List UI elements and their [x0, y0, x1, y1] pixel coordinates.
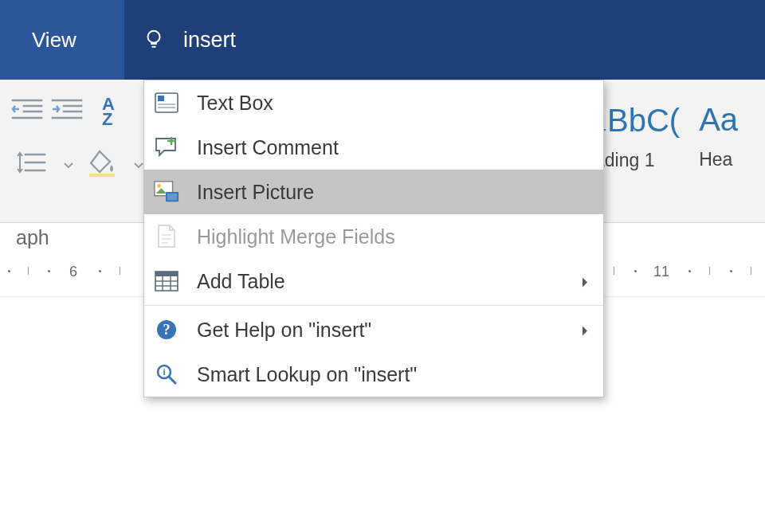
svg-line-36 — [169, 377, 175, 383]
decrease-indent-icon[interactable] — [11, 97, 45, 127]
picture-icon — [154, 179, 179, 205]
menu-item-smart-lookup[interactable]: i Smart Lookup on "insert" — [144, 352, 603, 397]
menu-item-label: Smart Lookup on "insert" — [197, 363, 417, 386]
menu-item-get-help[interactable]: ? Get Help on "insert" — [144, 307, 603, 352]
submenu-arrow-icon — [581, 319, 589, 342]
line-spacing-icon[interactable] — [16, 150, 49, 180]
document-icon — [154, 224, 179, 249]
ruler-mark: 11 — [653, 264, 669, 280]
menu-separator — [144, 305, 603, 306]
style-sample: ₁BbC( — [594, 102, 680, 139]
lightbulb-icon — [142, 28, 166, 52]
ruler-mark: 6 — [69, 264, 77, 280]
menu-item-label: Insert Picture — [197, 181, 314, 204]
svg-rect-14 — [158, 96, 164, 101]
svg-rect-27 — [155, 272, 178, 276]
menu-item-highlight-merge-fields: Highlight Merge Fields — [144, 214, 603, 259]
svg-rect-12 — [89, 174, 115, 177]
table-icon — [154, 268, 179, 294]
style-name: Hea — [699, 149, 738, 170]
menu-item-label: Get Help on "insert" — [197, 319, 371, 342]
chevron-down-icon[interactable] — [134, 158, 143, 172]
submenu-arrow-icon — [581, 270, 589, 293]
menu-item-add-table[interactable]: Add Table — [144, 259, 603, 303]
styles-gallery[interactable]: ₁BbC( ading 1 Aa Hea — [590, 80, 765, 222]
comment-icon — [154, 135, 179, 160]
menu-item-label: Add Table — [197, 270, 285, 293]
style-sample: Aa — [699, 102, 738, 138]
menu-item-label: Highlight Merge Fields — [197, 225, 395, 248]
tell-me-results-dropdown: Text Box Insert Comment Insert Pictu — [143, 80, 604, 397]
svg-text:?: ? — [163, 322, 171, 338]
svg-rect-22 — [167, 194, 177, 200]
svg-text:i: i — [163, 367, 165, 377]
sort-icon[interactable]: AZ — [102, 97, 113, 127]
menu-item-label: Insert Comment — [197, 136, 339, 159]
svg-point-0 — [147, 31, 159, 43]
style-heading-2[interactable]: Aa Hea — [680, 102, 738, 222]
tell-me-input[interactable]: insert — [183, 28, 236, 53]
svg-point-20 — [157, 184, 161, 188]
style-name: ading 1 — [594, 150, 680, 171]
ribbon-titlebar: View insert — [0, 0, 765, 80]
tell-me-search[interactable]: insert — [124, 0, 765, 80]
smart-lookup-icon: i — [154, 362, 179, 387]
ribbon-paragraph-group: AZ — [0, 97, 143, 181]
increase-indent-icon[interactable] — [51, 97, 84, 127]
menu-item-insert-picture[interactable]: Insert Picture — [144, 170, 603, 214]
tab-view[interactable]: View — [32, 28, 76, 53]
menu-item-insert-comment[interactable]: Insert Comment — [144, 125, 603, 170]
menu-item-text-box[interactable]: Text Box — [144, 80, 603, 125]
shading-icon[interactable] — [88, 149, 120, 181]
chevron-down-icon[interactable] — [64, 158, 73, 172]
menu-item-label: Text Box — [197, 92, 273, 115]
textbox-icon — [154, 90, 179, 115]
help-icon: ? — [154, 317, 179, 342]
